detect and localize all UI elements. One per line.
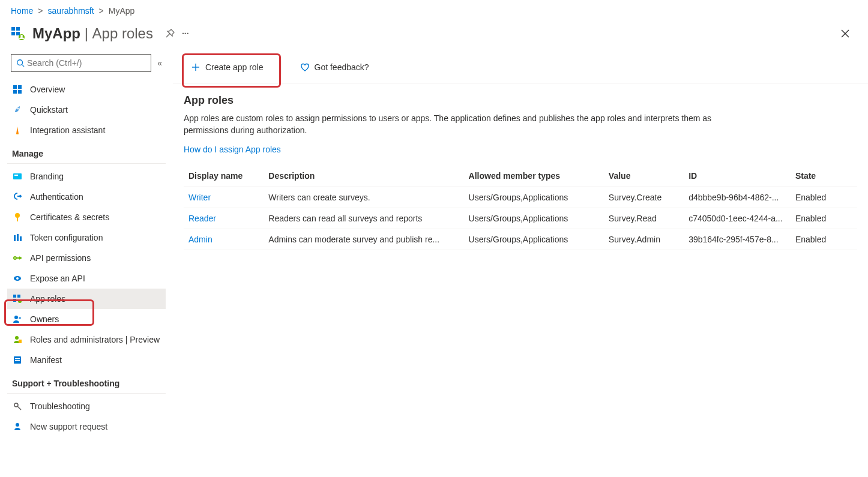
table-row[interactable]: ReaderReaders can read all surveys and r… bbox=[184, 208, 857, 229]
svg-rect-35 bbox=[15, 360, 20, 361]
svg-rect-26 bbox=[17, 295, 20, 298]
sidebar-section-support: Support + Troubleshooting bbox=[7, 370, 166, 394]
svg-rect-3 bbox=[16, 32, 20, 35]
sidebar-item-roles-admins[interactable]: Roles and administrators | Preview bbox=[7, 329, 166, 350]
sidebar-item-certificates[interactable]: Certificates & secrets bbox=[7, 207, 166, 227]
feedback-button[interactable]: Got feedback? bbox=[293, 59, 376, 76]
svg-point-22 bbox=[14, 257, 16, 259]
sidebar-item-label: Expose an API bbox=[30, 274, 85, 283]
svg-rect-19 bbox=[14, 235, 16, 241]
svg-rect-21 bbox=[20, 236, 22, 241]
cell-value: Survey.Read bbox=[604, 208, 684, 229]
sidebar-item-expose-api[interactable]: Expose an API bbox=[7, 268, 166, 289]
sidebar-item-integration[interactable]: Integration assistant bbox=[7, 120, 166, 140]
app-icon bbox=[11, 26, 25, 41]
more-icon[interactable]: ··· bbox=[182, 29, 189, 38]
roles-admins-icon bbox=[12, 334, 23, 345]
table-row[interactable]: WriterWriters can create surveys.Users/G… bbox=[184, 187, 857, 208]
cell-id: d4bbbe9b-96b4-4862-... bbox=[684, 187, 791, 208]
create-app-role-button[interactable]: Create app role bbox=[184, 59, 271, 76]
breadcrumb: Home > saurabhmsft > MyApp bbox=[0, 0, 868, 22]
cell-desc: Admins can moderate survey and publish r… bbox=[264, 229, 463, 250]
svg-rect-34 bbox=[15, 358, 20, 359]
th-display-name[interactable]: Display name bbox=[184, 165, 264, 187]
th-state[interactable]: State bbox=[791, 165, 857, 187]
sidebar-item-label: Troubleshooting bbox=[30, 401, 90, 411]
cell-desc: Readers can read all surveys and reports bbox=[264, 208, 463, 229]
sidebar-item-new-support[interactable]: New support request bbox=[7, 416, 166, 437]
sidebar-item-label: Branding bbox=[30, 172, 64, 181]
sidebar-item-app-roles[interactable]: App roles bbox=[7, 289, 166, 309]
breadcrumb-sep: > bbox=[99, 6, 104, 16]
heart-icon bbox=[300, 62, 310, 72]
svg-point-29 bbox=[14, 316, 18, 319]
svg-point-5 bbox=[20, 35, 23, 37]
sidebar-item-label: Overview bbox=[30, 85, 65, 94]
svg-point-17 bbox=[15, 213, 20, 218]
cell-desc: Writers can create surveys. bbox=[264, 187, 463, 208]
toolbar-divider bbox=[282, 61, 282, 74]
content-description: App roles are custom roles to assign per… bbox=[184, 113, 712, 136]
feedback-label: Got feedback? bbox=[315, 62, 369, 72]
sidebar-item-quickstart[interactable]: Quickstart bbox=[7, 100, 166, 120]
sidebar-item-token[interactable]: Token configuration bbox=[7, 227, 166, 248]
cell-name[interactable]: Reader bbox=[184, 208, 264, 229]
sidebar-item-manifest[interactable]: Manifest bbox=[7, 350, 166, 370]
sidebar: « Overview Quickstart Integration assist… bbox=[0, 52, 173, 477]
troubleshooting-icon bbox=[12, 401, 23, 412]
collapse-sidebar-icon[interactable]: « bbox=[157, 58, 162, 68]
certificates-icon bbox=[12, 212, 23, 223]
sidebar-item-label: App roles bbox=[30, 294, 65, 304]
svg-rect-0 bbox=[11, 27, 15, 31]
breadcrumb-user[interactable]: saurabhmsft bbox=[48, 6, 94, 16]
svg-rect-13 bbox=[18, 90, 22, 94]
th-value[interactable]: Value bbox=[604, 165, 684, 187]
cell-types: Users/Groups,Applications bbox=[464, 187, 604, 208]
table-row[interactable]: AdminAdmins can moderate survey and publ… bbox=[184, 229, 857, 250]
sidebar-item-overview[interactable]: Overview bbox=[7, 79, 166, 100]
help-link[interactable]: How do I assign App roles bbox=[184, 145, 281, 154]
sidebar-item-label: Authentication bbox=[30, 192, 83, 202]
svg-rect-2 bbox=[11, 32, 15, 35]
th-member-types[interactable]: Allowed member types bbox=[464, 165, 604, 187]
close-icon[interactable] bbox=[840, 29, 850, 38]
content-heading: App roles bbox=[184, 94, 857, 107]
owners-icon bbox=[12, 314, 23, 325]
cell-types: Users/Groups,Applications bbox=[464, 208, 604, 229]
pin-icon[interactable] bbox=[165, 29, 175, 38]
search-input[interactable] bbox=[25, 57, 146, 69]
svg-point-37 bbox=[16, 423, 19, 427]
svg-rect-10 bbox=[13, 85, 17, 89]
breadcrumb-home[interactable]: Home bbox=[11, 6, 33, 16]
svg-rect-25 bbox=[13, 295, 16, 298]
sidebar-item-label: Integration assistant bbox=[30, 125, 105, 135]
cell-name[interactable]: Admin bbox=[184, 229, 264, 250]
branding-icon bbox=[12, 171, 23, 182]
sidebar-item-label: Manifest bbox=[30, 355, 62, 365]
sidebar-item-label: API permissions bbox=[30, 253, 91, 263]
api-permissions-icon bbox=[12, 253, 23, 263]
integration-icon bbox=[12, 125, 23, 136]
cell-id: 39b164fc-295f-457e-8... bbox=[684, 229, 791, 250]
svg-line-9 bbox=[22, 65, 25, 67]
svg-rect-11 bbox=[18, 85, 22, 89]
sidebar-item-troubleshooting[interactable]: Troubleshooting bbox=[7, 396, 166, 416]
sidebar-section-manage: Manage bbox=[7, 140, 166, 164]
svg-point-30 bbox=[19, 317, 21, 319]
breadcrumb-current: MyApp bbox=[109, 6, 135, 16]
svg-rect-18 bbox=[17, 217, 18, 221]
sidebar-item-branding[interactable]: Branding bbox=[7, 166, 166, 187]
search-box[interactable] bbox=[11, 54, 151, 72]
cell-name[interactable]: Writer bbox=[184, 187, 264, 208]
token-icon bbox=[12, 232, 23, 243]
sidebar-item-owners[interactable]: Owners bbox=[7, 309, 166, 329]
page-title: MyApp bbox=[32, 25, 80, 42]
page-header: MyApp | App roles ··· bbox=[0, 22, 868, 52]
th-description[interactable]: Description bbox=[264, 165, 463, 187]
sidebar-item-label: Owners bbox=[30, 314, 59, 324]
sidebar-item-authentication[interactable]: Authentication bbox=[7, 187, 166, 207]
manifest-icon bbox=[12, 355, 23, 365]
sidebar-item-api-permissions[interactable]: API permissions bbox=[7, 248, 166, 268]
th-id[interactable]: ID bbox=[684, 165, 791, 187]
sidebar-item-label: Quickstart bbox=[30, 105, 68, 115]
